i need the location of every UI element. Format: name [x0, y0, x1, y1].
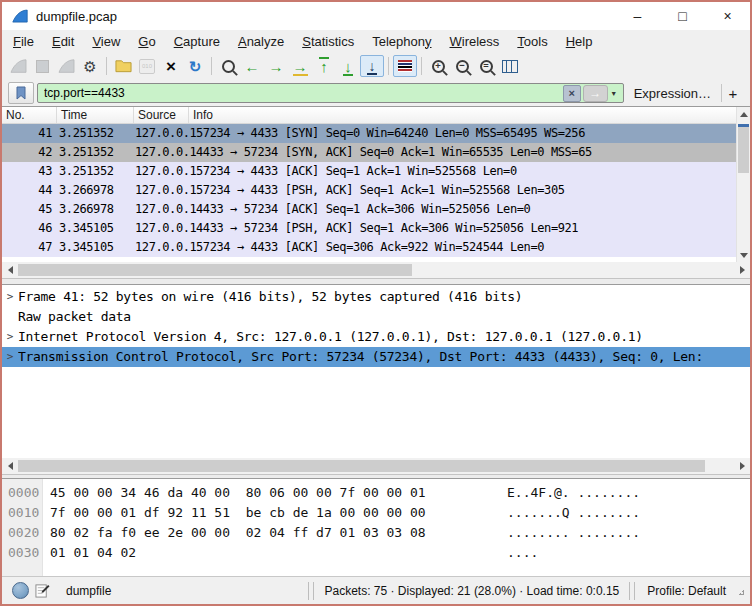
hex-offset: 0000	[8, 483, 39, 503]
menu-capture[interactable]: Capture	[165, 32, 229, 51]
close-file-icon[interactable]: ×	[159, 55, 183, 77]
menu-go[interactable]: Go	[129, 32, 164, 51]
hex-ascii[interactable]: ........ ........	[507, 523, 640, 543]
go-to-top-icon[interactable]: ↑	[312, 55, 336, 77]
menu-statistics[interactable]: Statistics	[293, 32, 363, 51]
expand-arrow-icon[interactable]: >	[2, 327, 18, 347]
capture-options-icon[interactable]: ⚙	[78, 55, 102, 77]
menu-edit[interactable]: Edit	[43, 32, 83, 51]
status-file-name: dumpfile	[66, 584, 111, 598]
scroll-right-arrow-icon[interactable]	[734, 458, 750, 474]
column-header-source[interactable]: Source	[134, 107, 189, 123]
packet-row-43[interactable]: 433.251352127.0.0.157234 → 4433 [ACK] Se…	[2, 162, 750, 181]
packet-row-47[interactable]: 473.345105127.0.0.157234 → 4433 [ACK] Se…	[2, 238, 750, 257]
cell-info: 57234 → 4433 [PSH, ACK] Seq=1 Ack=1 Win=…	[196, 181, 734, 200]
hex-line-0030[interactable]: 003001 01 04 02....	[2, 543, 750, 563]
hex-ascii[interactable]: .......Q ........	[507, 503, 640, 523]
open-file-icon[interactable]	[111, 55, 135, 77]
cell-no: 41	[2, 124, 52, 143]
resize-grip[interactable]	[736, 587, 744, 595]
hex-bytes[interactable]: 80 02 fa f0 ee 2e 00 00 02 04 ff d7 01 0…	[50, 523, 426, 543]
horizontal-scroll-thumb[interactable]	[18, 460, 705, 472]
scroll-left-arrow-icon[interactable]	[2, 262, 18, 278]
cell-time: 3.251352	[59, 124, 114, 143]
filter-bookmark-button[interactable]	[8, 82, 34, 104]
horizontal-scroll-thumb[interactable]	[18, 264, 412, 276]
minimize-button[interactable]: –	[615, 2, 660, 30]
packet-list-pane: No.TimeSourceInfo 413.251352127.0.0.1572…	[2, 106, 750, 278]
hex-ascii[interactable]: ....	[507, 543, 538, 563]
expert-info-icon[interactable]	[12, 582, 29, 599]
zoom-in-icon[interactable]: +	[426, 55, 450, 77]
column-header-no[interactable]: No.	[2, 107, 57, 123]
expand-arrow-icon[interactable]: >	[2, 287, 18, 307]
column-header-time[interactable]: Time	[57, 107, 134, 123]
hex-bytes[interactable]: 01 01 04 02	[50, 543, 136, 563]
vertical-scroll-thumb[interactable]	[738, 124, 749, 173]
display-filter-input[interactable]: tcp.port==4433 × → ▼	[37, 83, 624, 103]
scroll-right-arrow-icon[interactable]	[734, 262, 750, 278]
menu-analyze[interactable]: Analyze	[229, 32, 293, 51]
stop-capture-icon[interactable]	[30, 55, 54, 77]
zoom-reset-icon[interactable]: =	[474, 55, 498, 77]
close-button[interactable]: ×	[705, 2, 750, 30]
filter-bar: tcp.port==4433 × → ▼ Expression… +	[2, 80, 750, 106]
hex-bytes[interactable]: 45 00 00 34 46 da 40 00 80 06 00 00 7f 0…	[50, 483, 426, 503]
go-back-icon[interactable]: ←	[240, 55, 264, 77]
details-horizontal-scrollbar[interactable]	[2, 458, 750, 474]
wireshark-fin-icon	[12, 9, 28, 24]
cell-time: 3.251352	[59, 162, 114, 181]
hex-ascii[interactable]: E..4F.@. ........	[507, 483, 640, 503]
detail-line-2[interactable]: >Internet Protocol Version 4, Src: 127.0…	[2, 327, 750, 347]
column-header-info[interactable]: Info	[189, 107, 750, 123]
filter-apply-button[interactable]: →	[583, 85, 608, 102]
packet-row-45[interactable]: 453.266978127.0.0.14433 → 57234 [ACK] Se…	[2, 200, 750, 219]
filter-dropdown-caret-icon[interactable]: ▼	[608, 90, 620, 97]
capture-comment-icon[interactable]	[35, 583, 50, 598]
go-to-bottom-icon[interactable]: ↓	[336, 55, 360, 77]
packet-row-42[interactable]: 423.251352127.0.0.14433 → 57234 [SYN, AC…	[2, 143, 750, 162]
auto-scroll-icon[interactable]: ↓	[360, 55, 384, 77]
hex-line-0020[interactable]: 002080 02 fa f0 ee 2e 00 00 02 04 ff d7 …	[2, 523, 750, 543]
cell-time: 3.266978	[59, 181, 114, 200]
menu-wireless[interactable]: Wireless	[441, 32, 509, 51]
hex-line-0010[interactable]: 00107f 00 00 01 df 92 11 51 be cb de 1a …	[2, 503, 750, 523]
scroll-up-arrow-icon[interactable]	[737, 107, 750, 121]
detail-line-0[interactable]: >Frame 41: 52 bytes on wire (416 bits), …	[2, 287, 750, 307]
packet-row-41[interactable]: 413.251352127.0.0.157234 → 4433 [SYN] Se…	[2, 124, 750, 143]
menu-file[interactable]: File	[4, 32, 43, 51]
cell-src: 127.0.0.1	[135, 200, 196, 219]
packet-row-44[interactable]: 443.266978127.0.0.157234 → 4433 [PSH, AC…	[2, 181, 750, 200]
add-filter-button[interactable]: +	[722, 85, 744, 102]
menu-view[interactable]: View	[83, 32, 129, 51]
menu-help[interactable]: Help	[557, 32, 602, 51]
expand-arrow-icon[interactable]: >	[2, 347, 18, 367]
save-file-icon[interactable]: 010	[135, 55, 159, 77]
find-packet-icon[interactable]	[216, 55, 240, 77]
packet-list-vertical-scrollbar[interactable]	[736, 107, 750, 262]
hex-bytes[interactable]: 7f 00 00 01 df 92 11 51 be cb de 1a 00 0…	[50, 503, 426, 523]
cell-info: 4433 → 57234 [SYN, ACK] Seq=0 Ack=1 Win=…	[196, 143, 734, 162]
resize-columns-icon[interactable]	[498, 55, 522, 77]
go-forward-icon[interactable]: →	[264, 55, 288, 77]
maximize-button[interactable]: □	[660, 2, 705, 30]
go-to-packet-icon[interactable]: →	[288, 55, 312, 77]
scroll-left-arrow-icon[interactable]	[2, 458, 18, 474]
detail-line-3[interactable]: >Transmission Control Protocol, Src Port…	[2, 347, 750, 367]
colorize-icon[interactable]	[393, 55, 417, 77]
filter-clear-button[interactable]: ×	[563, 85, 581, 102]
menu-tools[interactable]: Tools	[508, 32, 556, 51]
cell-no: 46	[2, 219, 52, 238]
zoom-out-icon[interactable]: −	[450, 55, 474, 77]
hex-line-0000[interactable]: 000045 00 00 34 46 da 40 00 80 06 00 00 …	[2, 483, 750, 503]
profile-label[interactable]: Profile: Default	[637, 584, 736, 598]
packet-row-46[interactable]: 463.345105127.0.0.14433 → 57234 [PSH, AC…	[2, 219, 750, 238]
restart-capture-icon[interactable]	[54, 55, 78, 77]
packet-list-horizontal-scrollbar[interactable]	[2, 262, 750, 278]
menu-telephony[interactable]: Telephony	[363, 32, 440, 51]
expression-button[interactable]: Expression…	[624, 86, 721, 101]
start-capture-icon[interactable]	[6, 55, 30, 77]
scroll-down-arrow-icon[interactable]	[737, 248, 750, 262]
detail-line-1[interactable]: Raw packet data	[2, 307, 750, 327]
reload-icon[interactable]: ↻	[183, 55, 207, 77]
